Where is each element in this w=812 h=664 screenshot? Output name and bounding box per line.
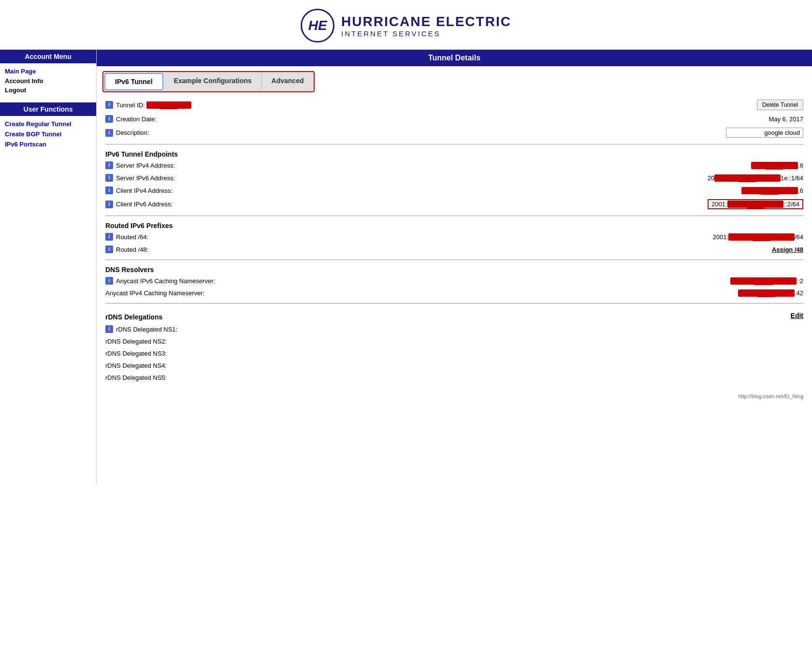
client-ipv6-boxed: 2001:████::2/64 [708,199,803,209]
anycast-ipv4-row: Anycast IPv4 Caching Nameserver: ████.42 [105,287,803,299]
main-layout: Account Menu Main Page Account Info Logo… [0,50,812,485]
client-ipv4-row: i Client IPv4 Address: ████.6 [105,184,803,197]
divider-1 [105,144,803,144]
description-input[interactable] [726,128,803,138]
client-ipv4-redacted: ████ [741,187,798,194]
server-ipv4-redacted: ████ [751,162,798,169]
tabs-container: IPv6 Tunnel Example Configurations Advan… [102,71,315,92]
server-ipv6-label: i Server IPv6 Address: [105,174,231,182]
divider-3 [105,260,803,260]
anycast-ipv4-value: ████.42 [231,289,803,297]
rdns-ns4-label: rDNS Delegated NS4: [105,362,231,369]
routed64-value: 2001:████/64 [231,233,803,241]
tunnel-id-label: i Tunnel ID: ████ [105,101,231,109]
rdns-edit-link[interactable]: Edit [791,312,803,319]
routed48-label: i Routed /48: [105,245,231,253]
client-ipv6-label: i Client IPv6 Address: [105,201,231,208]
rdns-ns1-row: i rDNS Delegated NS1: [105,323,803,335]
content-area: Tunnel Details IPv6 Tunnel Example Confi… [97,50,812,485]
anycast-ipv6-value: ████::2 [231,277,803,285]
creation-date-row: i Creation Date: May 6, 2017 [105,113,803,125]
description-label: i Description: [105,129,231,137]
footer-note: http://blog.csdn.net/El_Ning [97,389,812,401]
client-ipv4-label: i Client IPv4 Address: [105,187,231,194]
creation-date-info-icon[interactable]: i [105,115,113,123]
sidebar: Account Menu Main Page Account Info Logo… [0,50,97,485]
client-ipv6-row: i Client IPv6 Address: 2001:████::2/64 [105,197,803,212]
anycast-ipv6-label: i Anycast IPv6 Caching Nameserver: [105,277,231,285]
server-ipv4-value: ████.6 [231,162,803,169]
client-ipv6-info-icon[interactable]: i [105,201,113,208]
description-value [231,128,803,138]
routed64-row: i Routed /64: 2001:████/64 [105,231,803,243]
sidebar-item-main-page[interactable]: Main Page [0,66,96,76]
anycast-ipv4-label: Anycast IPv4 Caching Nameserver: [105,289,231,297]
anycast-ipv6-info-icon[interactable]: i [105,277,113,285]
routed64-redacted: ████ [728,233,795,241]
server-ipv6-info-icon[interactable]: i [105,174,113,182]
client-ipv4-value: ████.6 [231,187,803,194]
delete-tunnel-button[interactable]: Delete Tunnel [757,100,803,110]
server-ipv6-value: 20████1e::1/64 [231,174,803,182]
logo-icon: HE [301,9,334,43]
divider-4 [105,303,803,303]
tunnel-id-info-icon[interactable]: i [105,101,113,109]
tab-example-configurations[interactable]: Example Configurations [164,72,262,91]
creation-date-label: i Creation Date: [105,115,231,123]
sidebar-item-logout[interactable]: Logout [0,86,96,95]
divider-2 [105,216,803,216]
rdns-ns2-row: rDNS Delegated NS2: [105,335,803,347]
company-name: HURRICANE ELECTRIC [341,14,511,29]
rdns-ns1-info-icon[interactable]: i [105,325,113,333]
rdns-ns1-label: i rDNS Delegated NS1: [105,325,231,333]
routed64-info-icon[interactable]: i [105,233,113,241]
routed64-label: i Routed /64: [105,233,231,241]
anycast-ipv4-redacted: ████ [738,289,795,297]
anycast-ipv6-redacted: ████ [730,277,797,285]
routed48-row: i Routed /48: Assign /48 [105,243,803,256]
rdns-ns3-label: rDNS Delegated NS3: [105,350,231,357]
company-sub: INTERNET SERVICES [341,29,511,38]
anycast-ipv6-row: i Anycast IPv6 Caching Nameserver: ████:… [105,274,803,287]
sidebar-item-account-info[interactable]: Account Info [0,76,96,86]
server-ipv6-redacted: ████ [714,174,781,182]
sidebar-item-ipv6-portscan[interactable]: IPv6 Portscan [0,139,96,149]
assign-48-link[interactable]: Assign /48 [772,246,803,253]
account-menu-title: Account Menu [0,50,96,63]
creation-date-value: May 6, 2017 [231,115,803,123]
rdns-ns5-label: rDNS Delegated NS5: [105,374,231,381]
dns-section-title: DNS Resolvers [105,262,803,274]
routed48-info-icon[interactable]: i [105,245,113,253]
tunnel-id-redacted: ████ [146,101,191,109]
tab-advanced[interactable]: Advanced [262,72,314,91]
user-functions-section: User Functions Create Regular Tunnel Cre… [0,102,96,152]
tunnel-id-row: i Tunnel ID: ████ Delete Tunnel [105,97,803,113]
tab-ipv6-tunnel[interactable]: IPv6 Tunnel [104,73,163,90]
account-menu-section: Account Menu Main Page Account Info Logo… [0,50,96,98]
rdns-ns5-row: rDNS Delegated NS5: [105,372,803,384]
server-ipv4-label: i Server IPv4 Address: [105,161,231,169]
section-title: Tunnel Details [97,50,812,66]
sidebar-item-create-bgp-tunnel[interactable]: Create BGP Tunnel [0,129,96,139]
details-area: i Tunnel ID: ████ Delete Tunnel i Creati… [97,95,812,389]
description-info-icon[interactable]: i [105,129,113,137]
account-links: Main Page Account Info Logout [0,63,96,98]
rdns-ns4-row: rDNS Delegated NS4: [105,360,803,372]
endpoints-section-title: IPv6 Tunnel Endpoints [105,146,803,159]
routed-section-title: Routed IPv6 Prefixes [105,218,803,231]
rdns-ns2-label: rDNS Delegated NS2: [105,338,231,345]
client-ipv6-value: 2001:████::2/64 [231,199,803,209]
user-functions-title: User Functions [0,102,96,116]
server-ipv6-row: i Server IPv6 Address: 20████1e::1/64 [105,172,803,184]
client-ipv4-info-icon[interactable]: i [105,187,113,194]
routed48-value: Assign /48 [231,246,803,253]
page-header: HE HURRICANE ELECTRIC INTERNET SERVICES [0,0,812,50]
rdns-section-title: rDNS Delegations [105,309,162,322]
rdns-ns3-row: rDNS Delegated NS3: [105,347,803,360]
server-ipv4-row: i Server IPv4 Address: ████.6 [105,159,803,172]
user-links: Create Regular Tunnel Create BGP Tunnel … [0,116,96,152]
sidebar-item-create-regular-tunnel[interactable]: Create Regular Tunnel [0,119,96,129]
rdns-header-row: rDNS Delegations Edit [105,305,803,323]
client-ipv6-redacted: ████ [727,201,784,208]
server-ipv4-info-icon[interactable]: i [105,161,113,169]
